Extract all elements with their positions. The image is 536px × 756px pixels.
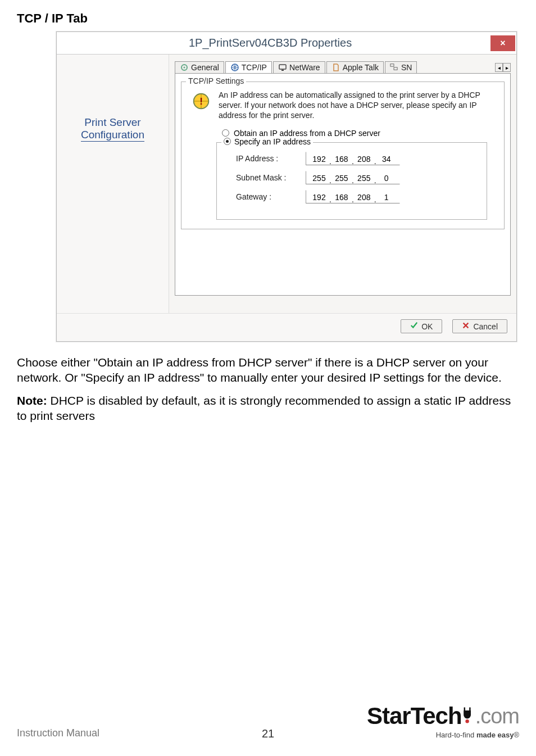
- sidebar: Print Server Configuration: [57, 55, 169, 313]
- tab-label: SN: [401, 63, 412, 72]
- groupbox-title: TCP/IP Settings: [186, 76, 246, 85]
- logo-suffix: .com: [475, 704, 519, 728]
- svg-point-10: [465, 719, 469, 723]
- cancel-button[interactable]: Cancel: [452, 319, 507, 333]
- ip-octet[interactable]: 168: [332, 155, 351, 164]
- tab-scroll-left[interactable]: ◂: [495, 63, 503, 72]
- ip-octet[interactable]: 192: [310, 155, 329, 164]
- svg-rect-3: [279, 65, 286, 69]
- alert-globe-icon: !: [190, 90, 212, 112]
- radio-icon: [222, 129, 229, 137]
- devices-icon: [390, 63, 399, 72]
- plug-icon: [462, 705, 475, 727]
- radio-manual[interactable]: Specify an IP address: [221, 137, 313, 146]
- radio-label: Specify an IP address: [234, 137, 311, 146]
- tab-label: General: [191, 63, 219, 72]
- info-row: ! An IP address can be automatically ass…: [188, 87, 497, 125]
- ip-octet[interactable]: 255: [355, 174, 374, 183]
- tab-label: Apple Talk: [343, 63, 379, 72]
- tab-appletalk[interactable]: Apple Talk: [326, 61, 384, 73]
- tab-snmp-partial[interactable]: SN: [385, 61, 417, 73]
- footer-left: Instruction Manual: [17, 727, 99, 739]
- ip-octet[interactable]: 255: [310, 174, 329, 183]
- sidebar-line-1: Print Server: [57, 116, 169, 129]
- ip-octet[interactable]: 255: [332, 174, 351, 183]
- ip-address-row: IP Address : 192. 168. 208. 34: [236, 152, 480, 165]
- ip-octet[interactable]: 208: [355, 155, 374, 164]
- gateway-label: Gateway :: [236, 192, 298, 201]
- gateway-row: Gateway : 192. 168. 208. 1: [236, 190, 480, 203]
- svg-rect-4: [281, 70, 284, 71]
- ok-button[interactable]: OK: [401, 319, 442, 333]
- logo-main: StarTech: [367, 703, 462, 730]
- right-panel: General TCP/IP NetWare: [169, 55, 516, 313]
- close-button[interactable]: ×: [490, 35, 515, 51]
- monitor-icon: [278, 63, 287, 72]
- tab-content: TCP/IP Settings ! An IP address can be a…: [175, 74, 511, 296]
- tab-tcpip[interactable]: TCP/IP: [225, 61, 272, 73]
- properties-dialog: 1P_PrintServ04CB3D Properties × Print Se…: [56, 31, 517, 342]
- dialog-button-row: OK Cancel: [57, 313, 516, 341]
- radio-label: Obtain an IP address from a DHCP server: [234, 129, 380, 138]
- logo-tagline: Hard-to-find made easy®: [436, 731, 519, 739]
- tabstrip: General TCP/IP NetWare: [175, 59, 511, 74]
- dialog-body: Print Server Configuration General TCP/I…: [57, 55, 516, 313]
- radio-icon: [224, 138, 231, 145]
- ip-octet[interactable]: 168: [332, 193, 351, 202]
- tab-label: NetWare: [289, 63, 320, 72]
- ip-octet[interactable]: 1: [377, 193, 396, 202]
- svg-text:!: !: [199, 96, 203, 107]
- svg-rect-6: [394, 67, 397, 70]
- svg-rect-5: [390, 64, 394, 66]
- window-title: 1P_PrintServ04CB3D Properties: [189, 37, 352, 49]
- info-text: An IP address can be automatically assig…: [219, 90, 495, 121]
- ip-octet[interactable]: 34: [377, 155, 396, 164]
- ip-octet[interactable]: 208: [355, 193, 374, 202]
- cancel-label: Cancel: [473, 322, 498, 331]
- tab-label: TCP/IP: [242, 63, 267, 72]
- globe-icon: [230, 63, 239, 72]
- ip-address-input[interactable]: 192. 168. 208. 34: [306, 152, 400, 165]
- body-paragraph-2: Note: DHCP is disabled by default, as it…: [17, 393, 519, 424]
- x-icon: [462, 322, 470, 331]
- tab-scroll: ◂ ▸: [495, 63, 511, 73]
- startech-logo: StarTech .com Hard-to-find made easy®: [367, 703, 519, 739]
- check-icon: [410, 322, 418, 331]
- ok-label: OK: [421, 322, 433, 331]
- tab-netware[interactable]: NetWare: [273, 61, 325, 73]
- gear-icon: [180, 63, 189, 72]
- ip-octet[interactable]: 192: [310, 193, 329, 202]
- note-label: Note:: [17, 394, 47, 407]
- sidebar-line-2: Configuration: [81, 129, 144, 142]
- subnet-mask-input[interactable]: 255. 255. 255. 0: [306, 171, 400, 184]
- note-text: DHCP is disabled by default, as it is st…: [17, 394, 511, 422]
- body-paragraph-1: Choose either "Obtain an IP address from…: [17, 355, 519, 386]
- section-heading: TCP / IP Tab: [17, 11, 519, 26]
- gateway-input[interactable]: 192. 168. 208. 1: [306, 190, 400, 203]
- ip-octet[interactable]: 0: [377, 174, 396, 183]
- tcpip-settings-group: TCP/IP Settings ! An IP address can be a…: [181, 82, 505, 229]
- radio-dhcp[interactable]: Obtain an IP address from a DHCP server: [222, 129, 497, 138]
- tab-scroll-right[interactable]: ▸: [503, 63, 511, 72]
- subnet-mask-row: Subnet Mask : 255. 255. 255. 0: [236, 171, 480, 184]
- document-icon: [331, 63, 340, 72]
- svg-point-1: [184, 67, 185, 69]
- ip-address-label: IP Address :: [236, 154, 298, 163]
- subnet-mask-label: Subnet Mask :: [236, 173, 298, 182]
- titlebar[interactable]: 1P_PrintServ04CB3D Properties ×: [57, 32, 516, 55]
- tab-general[interactable]: General: [175, 61, 224, 73]
- page-number: 21: [262, 727, 274, 740]
- specify-ip-group: Specify an IP address IP Address : 192. …: [216, 142, 487, 220]
